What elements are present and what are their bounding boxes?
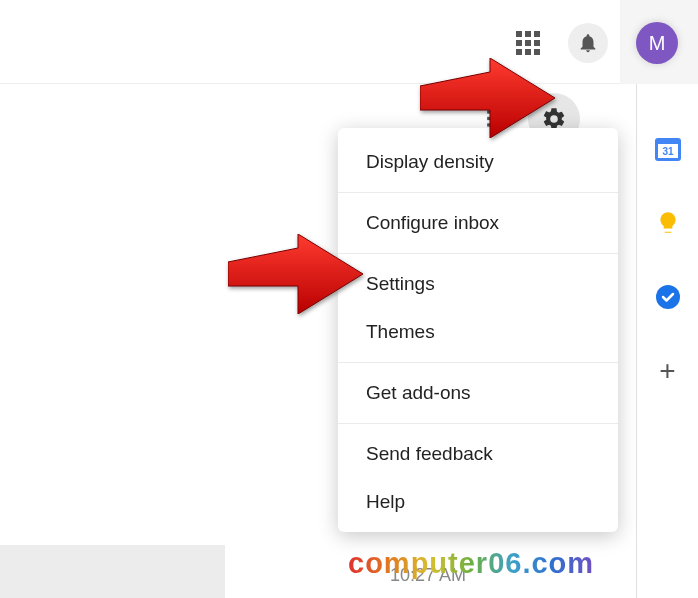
calendar-app-icon[interactable]: 31 — [653, 134, 683, 164]
menu-separator — [338, 192, 618, 193]
menu-separator — [338, 253, 618, 254]
menu-separator — [338, 423, 618, 424]
menu-item-configure-inbox[interactable]: Configure inbox — [338, 199, 618, 247]
menu-item-settings[interactable]: Settings — [338, 260, 618, 308]
menu-item-themes[interactable]: Themes — [338, 308, 618, 356]
watermark-text: computer06.com — [348, 547, 594, 580]
svg-marker-8 — [228, 234, 363, 314]
menu-item-help[interactable]: Help — [338, 478, 618, 526]
side-panel: 31 + — [636, 84, 698, 598]
bell-icon — [577, 32, 599, 54]
settings-dropdown-menu: Display density Configure inbox Settings… — [338, 128, 618, 532]
annotation-arrow-settings — [228, 234, 368, 314]
svg-point-6 — [656, 285, 680, 309]
avatar-initial: M — [649, 32, 666, 55]
apps-icon[interactable] — [516, 31, 540, 55]
menu-item-get-addons[interactable]: Get add-ons — [338, 369, 618, 417]
plus-icon: + — [659, 355, 675, 387]
annotation-arrow-gear — [420, 58, 560, 138]
menu-separator — [338, 362, 618, 363]
keep-app-icon[interactable] — [653, 208, 683, 238]
notifications-icon[interactable] — [568, 23, 608, 63]
svg-text:31: 31 — [662, 146, 674, 157]
selected-row-fragment — [0, 545, 225, 598]
svg-marker-7 — [420, 58, 555, 138]
add-addon-button[interactable]: + — [653, 356, 683, 386]
menu-item-send-feedback[interactable]: Send feedback — [338, 430, 618, 478]
tasks-app-icon[interactable] — [653, 282, 683, 312]
account-avatar[interactable]: M — [636, 22, 678, 64]
menu-item-display-density[interactable]: Display density — [338, 138, 618, 186]
